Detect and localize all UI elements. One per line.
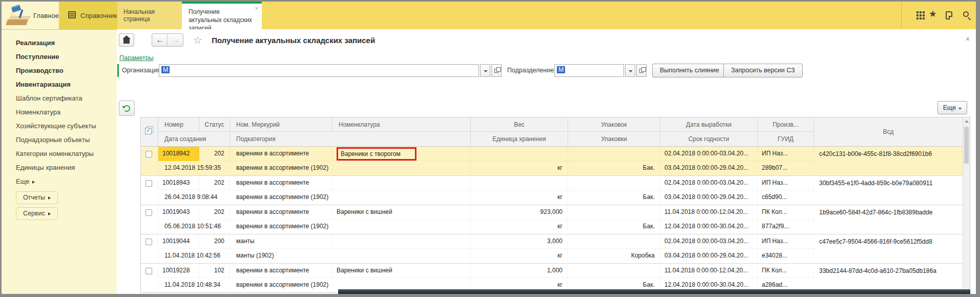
sidebar-item-cert-template[interactable]: Шаблон сертификата [2, 91, 117, 105]
cell-vsd[interactable]: 30bf3455-e1f0-4add-859c-b0e79a080911 [814, 176, 963, 205]
cell-packs[interactable] [568, 234, 660, 249]
col-number[interactable]: Номер [158, 117, 199, 132]
cell-weight[interactable] [471, 176, 568, 190]
sidebar-item-inventory[interactable]: Инвентаризация [2, 77, 117, 91]
col-guid[interactable]: ГУИД [758, 132, 814, 146]
cell-mercury[interactable]: манты [230, 234, 332, 249]
table-row[interactable]: 10018943 202 вареники в ассортименте 02.… [141, 175, 963, 205]
tab-main[interactable]: Главное [2, 2, 59, 29]
cell-packs[interactable] [568, 176, 660, 190]
organization-dropdown-button[interactable] [480, 64, 490, 77]
cell-subcategory[interactable]: вареники в ассортименте (1902) [230, 161, 471, 175]
cell-vsd[interactable]: c420c131-b00e-455c-81f8-38cd2f6901b6 [814, 147, 963, 175]
col-nomenclature[interactable]: Номенклатура [332, 117, 471, 132]
row-checkbox[interactable] [145, 151, 152, 157]
cell-nomenclature[interactable]: Вареники с вишней [332, 264, 471, 278]
cell-status[interactable]: 202 [199, 176, 230, 190]
cell-vsd[interactable]: 33bd2144-87dd-4c0d-a610-27ba05db186a [814, 264, 963, 292]
col-subcategory[interactable]: Подкатегория [230, 132, 471, 146]
cell-expiry[interactable]: 03.04.2018 0:00:00-29.04.20... [660, 249, 758, 263]
cell-guid[interactable]: c65d90... [758, 190, 814, 205]
cell-package[interactable]: Бак. [568, 161, 660, 175]
department-open-button[interactable] [636, 64, 647, 77]
col-created[interactable]: Дата создания [158, 132, 230, 146]
cell-nomenclature[interactable]: Вареники с вишней [332, 205, 471, 220]
organization-input[interactable]: М [159, 64, 479, 77]
cell-mercury[interactable]: вареники в ассортименте [230, 264, 332, 278]
sidebar-item-realization[interactable]: Реализация [2, 36, 117, 50]
cell-unit[interactable]: кг [471, 190, 568, 205]
sidebar-item-receipt[interactable]: Поступление [2, 50, 117, 64]
col-mercury[interactable]: Ном. Меркурий [230, 117, 332, 132]
service-button[interactable]: Сервис [16, 207, 58, 220]
tab-directories[interactable]: Справочники [59, 2, 117, 29]
cell-mercury[interactable]: вареники в ассортименте [230, 176, 332, 190]
cell-expiry[interactable]: 03.04.2018 0:00:00-29.04.20... [660, 161, 758, 175]
cell-packs[interactable] [568, 205, 660, 220]
vertical-scrollbar[interactable] [963, 117, 970, 292]
cell-producer[interactable]: ПК Кол... [758, 205, 814, 220]
cell-unit[interactable]: кг [471, 249, 568, 263]
cell-production-date[interactable]: 02.04.2018 0:00:00-03.04.20... [660, 176, 758, 190]
row-checkbox[interactable] [145, 239, 152, 245]
all-functions-grid-icon[interactable] [916, 11, 919, 13]
col-status[interactable]: Статус [199, 117, 230, 132]
sidebar-item-business-entities[interactable]: Хозяйствующие субъекты [2, 119, 117, 133]
cell-created[interactable]: 26.04.2018 9:08:44 [158, 190, 230, 205]
col-packs[interactable]: Упаковок [568, 117, 660, 132]
cell-number[interactable]: 10018942 [158, 147, 199, 161]
cell-subcategory[interactable]: манты (1902) [230, 249, 471, 263]
cell-weight[interactable]: 3,000 [471, 234, 568, 249]
favorite-star-icon[interactable]: ☆ [193, 33, 202, 47]
sidebar-item-storage-units[interactable]: Единицы хранения [2, 161, 117, 174]
cell-subcategory[interactable]: вареники в ассортименте (1902) [230, 220, 471, 234]
department-dropdown-button[interactable] [625, 64, 635, 77]
table-row[interactable]: 10019228 102 вареники в ассортименте Вар… [141, 263, 963, 292]
cell-expiry[interactable]: 12.04.2018 0:00:00-30.04.20... [660, 220, 758, 234]
request-versions-button[interactable]: Запросить версии СЗ [723, 64, 803, 77]
cell-weight[interactable] [471, 147, 568, 161]
back-button[interactable]: ← [152, 34, 168, 46]
table-row[interactable]: 10019044 200 манты 3,000 02.04.2018 0:00… [141, 234, 963, 263]
forward-button[interactable]: → [168, 34, 183, 46]
cell-nomenclature[interactable]: Вареники с творогом [332, 147, 471, 161]
cell-package[interactable]: Коробка [568, 249, 660, 263]
cell-created[interactable]: 11.04.2018 10:42:56 [158, 249, 230, 263]
sidebar-item-nomenclature-categories[interactable]: Категории номенклатуры [2, 147, 117, 161]
cell-packs[interactable] [568, 264, 660, 278]
cell-production-date[interactable]: 02.04.2018 0:00:00-03.04.20... [660, 147, 758, 161]
cell-created[interactable]: 05.06.2018 10:51:46 [158, 220, 230, 234]
scroll-up-icon[interactable] [965, 120, 969, 123]
search-icon[interactable] [963, 11, 969, 17]
cell-producer[interactable]: ИП Наз... [758, 234, 814, 249]
cell-created[interactable]: 12.04.2018 15:59:35 [158, 161, 230, 175]
cell-guid[interactable]: e34028... [758, 249, 814, 263]
col-vsd[interactable]: Всд [814, 117, 963, 146]
table-row[interactable]: 10019043 202 вареники в ассортименте Вар… [141, 205, 963, 234]
sidebar-item-more[interactable]: Еще [2, 174, 117, 188]
cell-status[interactable]: 200 [199, 234, 230, 249]
cell-unit[interactable]: кг [471, 161, 568, 175]
cell-number[interactable]: 10019228 [158, 264, 199, 278]
cell-subcategory[interactable]: вареники в ассортименте (1902) [230, 190, 471, 205]
cell-producer[interactable]: ИП Наз... [758, 147, 814, 161]
row-checkbox[interactable] [145, 268, 152, 274]
row-checkbox[interactable] [145, 209, 152, 216]
organization-open-button[interactable] [491, 64, 502, 77]
cell-package[interactable]: Бак. [568, 190, 660, 205]
cell-package[interactable]: Бак. [568, 220, 660, 234]
row-checkbox[interactable] [145, 180, 152, 187]
cell-packs[interactable] [568, 147, 660, 161]
cell-unit[interactable]: кг [471, 220, 568, 234]
sidebar-item-supervised-objects[interactable]: Поднадзорные объекты [2, 133, 117, 147]
history-icon[interactable] [946, 11, 952, 19]
cell-number[interactable]: 10019043 [158, 205, 199, 220]
reports-button[interactable]: Отчеты [16, 191, 58, 204]
department-input[interactable]: М [554, 64, 624, 77]
select-all-cell[interactable] [141, 117, 158, 146]
col-weight[interactable]: Вес [471, 117, 568, 132]
cell-nomenclature[interactable] [332, 176, 471, 190]
cell-mercury[interactable]: вареники в ассортименте [230, 205, 332, 220]
table-row[interactable]: 10018942 202 вареники в ассортименте Вар… [141, 147, 963, 175]
home-button[interactable] [119, 33, 134, 47]
